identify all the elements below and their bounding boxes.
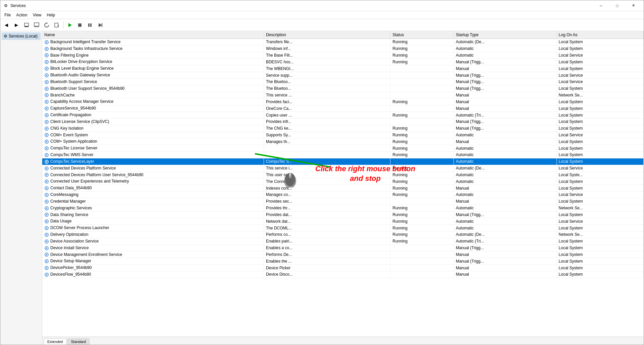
table-row[interactable]: Connected User Experiences and Telemetry… bbox=[42, 178, 644, 185]
service-logon-cell: Network Se... bbox=[556, 231, 643, 238]
table-row[interactable]: Background Tasks Infrastructure ServiceW… bbox=[42, 45, 644, 52]
services-table[interactable]: Name Description Status Startup Type Log… bbox=[42, 31, 644, 337]
toolbar: ◀ ▶ bbox=[0, 19, 644, 31]
stop-button[interactable] bbox=[75, 20, 85, 30]
table-row[interactable]: DevicesFlow_9544b90Device Disco...Manual… bbox=[42, 271, 644, 278]
svg-point-49 bbox=[46, 161, 47, 162]
service-startup-cell: Manual bbox=[453, 265, 556, 271]
table-row[interactable]: Connected Devices Platform ServiceThis s… bbox=[42, 165, 644, 171]
service-logon-cell: Local Syste... bbox=[556, 171, 643, 178]
service-startup-cell: Manual bbox=[453, 198, 556, 205]
service-desc-cell: This service ... bbox=[264, 92, 390, 98]
table-row[interactable]: CaptureService_9544b90OneCore Ca...Manua… bbox=[42, 105, 644, 112]
table-row[interactable]: Device Setup ManagerEnables the ...Manua… bbox=[42, 258, 644, 265]
table-row[interactable]: Bluetooth User Support Service_9544b90Th… bbox=[42, 85, 644, 92]
service-icon bbox=[44, 272, 49, 277]
service-status-cell bbox=[390, 118, 454, 125]
service-logon-cell: Local System bbox=[556, 39, 643, 46]
table-row[interactable]: Data UsageNetwork dat...RunningAutomatic… bbox=[42, 218, 644, 225]
svg-point-17 bbox=[46, 55, 47, 56]
svg-point-15 bbox=[46, 48, 47, 50]
table-row[interactable]: CNG Key IsolationThe CNG ke...RunningMan… bbox=[42, 125, 644, 132]
service-name-cell: Device Management Enrollment Service bbox=[42, 251, 264, 258]
window-controls: ─ □ ✕ bbox=[593, 0, 641, 11]
table-row[interactable]: Client License Service (ClipSVC)Provides… bbox=[42, 118, 644, 125]
menu-action[interactable]: Action bbox=[13, 12, 30, 18]
svg-point-81 bbox=[46, 267, 47, 269]
service-startup-cell: Manual (Trigg... bbox=[453, 258, 556, 265]
service-logon-cell: Local System bbox=[556, 65, 643, 72]
table-row[interactable]: CoreMessagingManages co...RunningAutomat… bbox=[42, 192, 644, 198]
service-status-cell: Running bbox=[390, 138, 454, 145]
up-button[interactable] bbox=[22, 20, 31, 30]
menu-help[interactable]: Help bbox=[44, 12, 58, 18]
service-desc-cell bbox=[264, 145, 390, 152]
col-header-logon[interactable]: Log On As bbox=[556, 31, 643, 39]
tab-extended[interactable]: Extended bbox=[44, 338, 66, 345]
forward-button[interactable]: ▶ bbox=[12, 20, 21, 30]
table-row[interactable]: Data Sharing ServiceProvides dat...Runni… bbox=[42, 211, 644, 218]
table-row[interactable]: Certificate PropagationCopies user ...Ru… bbox=[42, 112, 644, 119]
service-name-cell: Device Install Service bbox=[42, 245, 264, 251]
service-startup-cell: Automatic (De... bbox=[453, 39, 556, 46]
service-desc-cell: This service i... bbox=[264, 165, 390, 171]
table-row[interactable]: COM+ System ApplicationManages th...Runn… bbox=[42, 138, 644, 145]
svg-point-37 bbox=[46, 121, 47, 123]
table-row[interactable]: DevicePicker_9544b90Device PickerManualL… bbox=[42, 265, 644, 271]
maximize-button[interactable]: □ bbox=[609, 0, 625, 11]
service-desc-cell: Performs co... bbox=[264, 231, 390, 238]
service-name-cell: Block Level Backup Engine Service bbox=[42, 65, 264, 72]
svg-point-13 bbox=[46, 42, 47, 43]
service-icon bbox=[44, 120, 49, 124]
table-row[interactable]: Device Install ServiceEnables a co...Man… bbox=[42, 245, 644, 251]
menu-file[interactable]: File bbox=[2, 12, 13, 18]
table-row[interactable]: CompuTec.ServiceLayerCompuTec S...Automa… bbox=[42, 158, 644, 165]
restart-button[interactable] bbox=[95, 20, 105, 30]
tab-standard[interactable]: Standard bbox=[67, 338, 90, 345]
table-row[interactable]: Background Intelligent Transfer ServiceT… bbox=[42, 39, 644, 46]
export-button[interactable] bbox=[52, 20, 61, 30]
service-status-cell: Running bbox=[390, 39, 454, 46]
table-row[interactable]: Credential ManagerProvides sec...ManualL… bbox=[42, 198, 644, 205]
table-row[interactable]: Device Association ServiceEnables pairi.… bbox=[42, 238, 644, 245]
table-row[interactable]: CompuTec WMS ServerRunningAutomaticLocal… bbox=[42, 152, 644, 158]
service-desc-cell: Performs De... bbox=[264, 251, 390, 258]
close-button[interactable]: ✕ bbox=[626, 0, 641, 11]
start-button[interactable] bbox=[65, 20, 74, 30]
col-header-desc[interactable]: Description bbox=[264, 31, 390, 39]
service-desc-cell: Provides faci... bbox=[264, 98, 390, 105]
table-row[interactable]: Cryptographic ServicesProvides thr...Run… bbox=[42, 205, 644, 211]
service-desc-cell: CompuTec S... bbox=[264, 158, 390, 165]
table-row[interactable]: Device Management Enrollment ServicePerf… bbox=[42, 251, 644, 258]
back-button[interactable]: ◀ bbox=[2, 20, 11, 30]
show-hide-button[interactable] bbox=[32, 20, 41, 30]
table-row[interactable]: DCOM Server Process LauncherThe DCOML...… bbox=[42, 225, 644, 231]
service-startup-cell: Manual bbox=[453, 138, 556, 145]
table-row[interactable]: Capability Access Manager ServiceProvide… bbox=[42, 98, 644, 105]
svg-point-39 bbox=[46, 128, 47, 129]
menu-view[interactable]: View bbox=[30, 12, 44, 18]
table-row[interactable]: Bluetooth Audio Gateway ServiceService s… bbox=[42, 72, 644, 79]
table-row[interactable]: Bluetooth Support ServiceThe Bluetoo...M… bbox=[42, 78, 644, 85]
table-row[interactable]: Connected Devices Platform User Service_… bbox=[42, 171, 644, 178]
table-row[interactable]: Base Filtering EngineThe Base Filt...Run… bbox=[42, 52, 644, 59]
table-row[interactable]: BitLocker Drive Encryption ServiceBDESVC… bbox=[42, 59, 644, 65]
services-list: Name Description Status Startup Type Log… bbox=[42, 31, 644, 278]
table-row[interactable]: BranchCacheThis service ...ManualNetwork… bbox=[42, 92, 644, 98]
service-status-cell: Running bbox=[390, 52, 454, 59]
pause-button[interactable] bbox=[85, 20, 95, 30]
service-icon bbox=[44, 246, 49, 251]
minimize-button[interactable]: ─ bbox=[593, 0, 609, 11]
col-header-status[interactable]: Status bbox=[390, 31, 454, 39]
sidebar-item-services-local[interactable]: ⚙ Services (Local) bbox=[2, 32, 41, 40]
svg-marker-6 bbox=[68, 23, 72, 27]
table-row[interactable]: Contact Data_9544b90Indexes cont...Runni… bbox=[42, 185, 644, 192]
table-row[interactable]: CompuTec License ServerRunningAutomaticL… bbox=[42, 145, 644, 152]
col-header-name[interactable]: Name bbox=[42, 31, 264, 39]
service-desc-cell: OneCore Ca... bbox=[264, 105, 390, 112]
table-row[interactable]: COM+ Event SystemSupports Sy...RunningAu… bbox=[42, 132, 644, 138]
table-row[interactable]: Delivery OptimizationPerforms co...Runni… bbox=[42, 231, 644, 238]
refresh-button[interactable] bbox=[42, 20, 51, 30]
col-header-startup[interactable]: Startup Type bbox=[453, 31, 556, 39]
table-row[interactable]: Block Level Backup Engine ServiceThe WBE… bbox=[42, 65, 644, 72]
